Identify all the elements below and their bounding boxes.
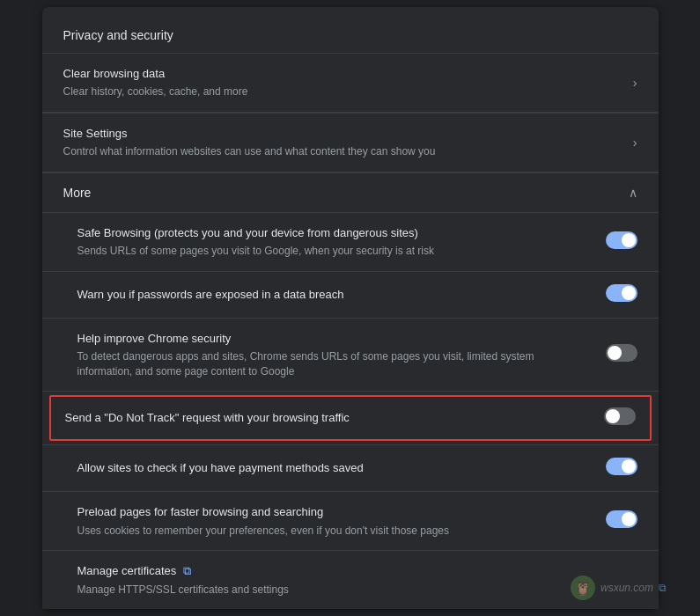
payment-methods-toggle[interactable] <box>606 458 637 479</box>
payment-methods-item[interactable]: Allow sites to check if you have payment… <box>42 444 659 491</box>
manage-certificates-title: Manage certificates ⧉ <box>77 563 637 579</box>
safe-browsing-subtitle: Sends URLs of some pages you visit to Go… <box>77 244 592 259</box>
watermark-icon: 🦉 <box>571 576 595 600</box>
page-title: Privacy and security <box>42 28 659 53</box>
preload-pages-content: Preload pages for faster browsing and se… <box>77 504 592 538</box>
clear-browsing-data-item[interactable]: Clear browsing data Clear history, cooki… <box>42 53 659 113</box>
watermark: 🦉 wsxun.com ⧉ <box>571 576 667 600</box>
more-header[interactable]: More ∧ <box>42 173 659 212</box>
manage-certificates-content: Manage certificates ⧉ Manage HTTPS/SSL c… <box>77 563 637 597</box>
preload-pages-item[interactable]: Preload pages for faster browsing and se… <box>42 491 659 550</box>
site-settings-content: Site Settings Control what information w… <box>63 126 623 159</box>
do-not-track-toggle[interactable] <box>604 407 636 429</box>
chevron-right-icon: › <box>633 76 637 90</box>
help-improve-security-content: Help improve Chrome security To detect d… <box>77 331 592 379</box>
warn-passwords-title: Warn you if passwords are exposed in a d… <box>77 287 592 303</box>
chevron-up-icon: ∧ <box>629 186 637 200</box>
clear-browsing-data-title: Clear browsing data <box>63 66 623 82</box>
watermark-external-icon: ⧉ <box>659 582 667 594</box>
preload-pages-subtitle: Uses cookies to remember your preference… <box>77 524 592 539</box>
clear-browsing-data-subtitle: Clear history, cookies, cache, and more <box>63 84 623 99</box>
safe-browsing-content: Safe Browsing (protects you and your dev… <box>77 225 592 259</box>
preload-pages-toggle[interactable] <box>606 510 637 532</box>
chevron-right-icon: › <box>633 136 637 150</box>
payment-methods-content: Allow sites to check if you have payment… <box>77 460 592 476</box>
help-improve-security-title: Help improve Chrome security <box>77 331 592 347</box>
payment-methods-title: Allow sites to check if you have payment… <box>77 460 592 476</box>
more-section: More ∧ Safe Browsing (protects you and y… <box>42 172 659 610</box>
help-improve-security-subtitle: To detect dangerous apps and sites, Chro… <box>77 349 592 379</box>
warn-passwords-content: Warn you if passwords are exposed in a d… <box>77 287 592 303</box>
warn-passwords-toggle[interactable] <box>606 284 637 305</box>
site-settings-subtitle: Control what information websites can us… <box>63 144 623 159</box>
site-settings-item[interactable]: Site Settings Control what information w… <box>42 113 659 172</box>
external-link-icon: ⧉ <box>183 564 191 577</box>
manage-certificates-item[interactable]: Manage certificates ⧉ Manage HTTPS/SSL c… <box>42 550 659 609</box>
more-sub-items: Safe Browsing (protects you and your dev… <box>42 212 659 610</box>
safe-browsing-title: Safe Browsing (protects you and your dev… <box>77 225 592 241</box>
clear-browsing-data-content: Clear browsing data Clear history, cooki… <box>63 66 623 99</box>
help-improve-security-toggle[interactable] <box>606 344 637 365</box>
safe-browsing-toggle[interactable] <box>606 231 637 253</box>
manage-certificates-subtitle: Manage HTTPS/SSL certificates and settin… <box>77 583 637 598</box>
warn-passwords-item[interactable]: Warn you if passwords are exposed in a d… <box>42 271 659 318</box>
watermark-text: wsxun.com <box>601 582 653 594</box>
do-not-track-item[interactable]: Send a "Do Not Track" request with your … <box>49 395 652 441</box>
site-settings-title: Site Settings <box>63 126 623 142</box>
safe-browsing-item[interactable]: Safe Browsing (protects you and your dev… <box>42 212 659 271</box>
privacy-security-panel: Privacy and security Clear browsing data… <box>42 7 659 610</box>
do-not-track-title: Send a "Do Not Track" request with your … <box>65 410 590 426</box>
more-label: More <box>63 186 92 200</box>
preload-pages-title: Preload pages for faster browsing and se… <box>77 504 592 520</box>
help-improve-security-item[interactable]: Help improve Chrome security To detect d… <box>42 318 659 392</box>
do-not-track-wrapper: Send a "Do Not Track" request with your … <box>42 391 659 441</box>
do-not-track-content: Send a "Do Not Track" request with your … <box>65 410 590 426</box>
